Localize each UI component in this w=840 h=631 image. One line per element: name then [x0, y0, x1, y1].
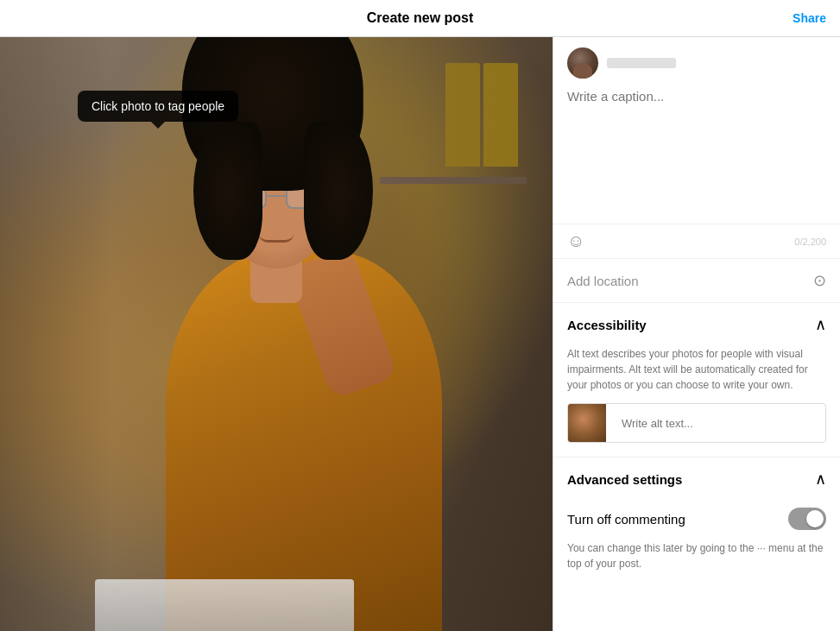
alt-text-thumbnail: [568, 404, 606, 442]
photo-panel[interactable]: Click photo to tag people: [0, 37, 553, 631]
location-icon: ⊙: [813, 271, 826, 290]
advanced-settings-section-header[interactable]: Advanced settings ∧: [553, 457, 840, 501]
tag-tooltip: Click photo to tag people: [78, 91, 238, 122]
laptop: [95, 579, 354, 631]
main-content: Click photo to tag people ☺ 0/2,200 Add …: [0, 37, 840, 631]
advanced-settings-content: Turn off commenting You can change this …: [553, 501, 840, 585]
commenting-toggle-row: Turn off commenting: [567, 501, 826, 537]
advanced-settings-chevron-icon: ∧: [815, 470, 826, 489]
accessibility-chevron-icon: ∧: [815, 315, 826, 334]
caption-input[interactable]: [567, 89, 826, 210]
commenting-description: You can change this later by going to th…: [567, 540, 826, 571]
commenting-toggle[interactable]: [788, 508, 826, 530]
char-count: 0/2,200: [794, 237, 826, 247]
alt-text-input[interactable]: [615, 410, 825, 437]
modal-title: Create new post: [367, 10, 474, 26]
avatar: [567, 47, 598, 79]
advanced-settings-title: Advanced settings: [567, 472, 682, 487]
accessibility-title: Accessibility: [567, 318, 647, 332]
toggle-knob: [806, 510, 824, 527]
username-placeholder: [607, 58, 676, 68]
user-row: [553, 37, 840, 89]
accessibility-content: Alt text describes your photos for peopl…: [553, 346, 840, 457]
right-panel: ☺ 0/2,200 Add location ⊙ Accessibility ∧…: [553, 37, 840, 631]
woman-hair-right: [304, 122, 373, 260]
accessibility-section-header[interactable]: Accessibility ∧: [553, 302, 840, 346]
caption-bar: ☺ 0/2,200: [553, 224, 840, 258]
woman-smile: [259, 234, 294, 243]
commenting-label: Turn off commenting: [567, 512, 685, 527]
alt-text-row: [567, 403, 826, 443]
location-text: Add location: [567, 274, 639, 288]
location-row[interactable]: Add location ⊙: [553, 258, 840, 302]
photo-background: [0, 37, 553, 631]
woman-hair-left: [193, 122, 262, 260]
accessibility-description: Alt text describes your photos for peopl…: [567, 346, 826, 393]
share-button[interactable]: Share: [793, 11, 826, 25]
caption-area: [553, 89, 840, 224]
modal-header: Create new post Share: [0, 0, 840, 37]
emoji-icon[interactable]: ☺: [567, 231, 584, 251]
